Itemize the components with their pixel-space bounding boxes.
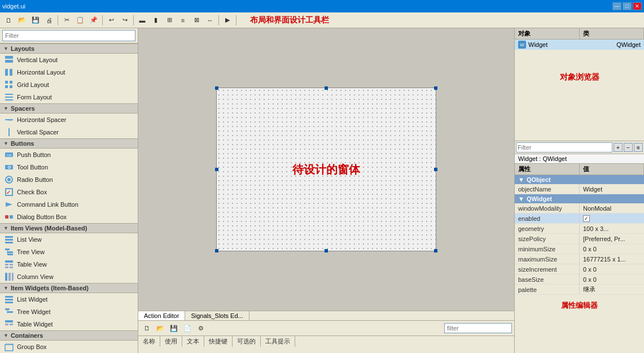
save-button[interactable]: 💾 [29,14,42,27]
maximize-button[interactable]: □ [623,2,632,10]
widget-item-horizontal-spacer[interactable]: ↔ Horizontal Spacer [0,114,138,126]
prop-filter-input[interactable] [516,142,612,152]
widget-item-horizontal-layout[interactable]: Horizontal Layout [0,66,138,79]
svg-rect-25 [5,236,13,238]
widget-item-tree-view[interactable]: Tree View [0,246,138,258]
prop-row-sizepolicy[interactable]: sizePolicy [Preferred, Pr... [515,234,644,244]
prop-filter-add-button[interactable]: + [614,143,623,152]
widget-item-tree-widget[interactable]: Tree Widget [0,306,138,318]
object-row-widget[interactable]: W Widget QWidget [515,40,644,50]
prop-name-windowmodality: windowModality [515,203,580,213]
layout-h-button[interactable]: ▬ [136,14,148,27]
svg-rect-45 [7,311,13,313]
widget-item-check-box[interactable]: ✓ Check Box [0,186,138,198]
prop-value-windowmodality: NonModal [580,203,644,213]
prop-row-minimumsize[interactable]: minimumSize 0 x 0 [515,244,644,254]
svg-text:Group: Group [6,342,14,346]
svg-rect-1 [5,60,13,63]
tab-action-editor[interactable]: Action Editor [138,311,185,320]
copy-button[interactable]: 📋 [74,14,86,27]
prop-row-maximumsize[interactable]: maximumSize 16777215 x 1... [515,254,644,264]
widget-item-vertical-layout[interactable]: Vertical Layout [0,54,138,66]
radio-button-label: Radio Button [17,176,53,183]
paste-button[interactable]: 📌 [87,14,100,27]
prop-row-geometry[interactable]: geometry 100 x 3... [515,224,644,234]
object-browser-header: 对象 类 [515,28,644,40]
enabled-checkbox[interactable]: ✓ [583,215,590,222]
close-button[interactable]: ✕ [633,2,642,10]
layout-form-button[interactable]: ≡ [177,14,189,27]
property-editor: + − ≡ Widget : QWidget 属性 值 ▼ QObject ob… [515,141,644,353]
horizontal-spacer-icon: ↔ [5,115,14,124]
widget-item-command-link-button[interactable]: Command Link Button [0,198,138,211]
action-filter-input[interactable] [444,323,512,333]
prop-row-enabled[interactable]: enabled ✓ [515,213,644,224]
handle-bl[interactable] [215,249,218,252]
handle-tc[interactable] [325,86,328,90]
open-button[interactable]: 📂 [16,14,28,27]
handle-br[interactable] [434,249,437,252]
svg-rect-31 [7,254,13,255]
category-buttons[interactable]: ▼ Buttons [0,138,138,149]
action-add-button[interactable]: 📄 [181,322,194,334]
action-open-button[interactable]: 📂 [154,322,167,334]
widget-item-push-button[interactable]: OK Push Button [0,149,138,161]
prop-col-headers: 属性 值 [515,164,644,175]
widget-item-list-widget[interactable]: List Widget [0,293,138,306]
prop-filter-options-button[interactable]: ≡ [634,143,643,152]
design-canvas[interactable]: 待设计的窗体 [216,88,436,251]
layout-grid-button[interactable]: ⊞ [163,14,176,27]
widget-item-column-view[interactable]: Column View [0,271,138,283]
widget-filter-input[interactable] [2,30,135,41]
widget-item-table-view[interactable]: Table View [0,258,138,271]
vertical-layout-label: Vertical Layout [17,56,58,63]
category-spacers[interactable]: ▼ Spacers [0,103,138,114]
widget-item-radio-button[interactable]: Radio Button [0,173,138,186]
cut-button[interactable]: ✂ [60,14,73,27]
redo-button[interactable]: ↪ [119,14,131,27]
svg-text:⚙: ⚙ [7,165,11,170]
action-save-button[interactable]: 💾 [168,322,180,334]
handle-ml[interactable] [215,168,218,171]
filter-bar [0,28,138,43]
action-editor: Action Editor Signals_Slots Ed... 🗋 📂 💾 … [138,311,514,353]
prop-section-qwidget: ▼ QWidget [515,194,644,203]
category-item-widgets[interactable]: ▼ Item Widgets (Item-Based) [0,283,138,293]
prop-row-windowmodality[interactable]: windowModality NonModal [515,203,644,213]
handle-tr[interactable] [434,86,437,90]
prop-row-basesize[interactable]: baseSize 0 x 0 [515,274,644,285]
category-layouts[interactable]: ▼ Layouts [0,43,138,54]
tab-signals-slots[interactable]: Signals_Slots Ed... [185,311,249,320]
print-button[interactable]: 🖨 [43,14,55,27]
svg-rect-28 [5,249,10,250]
svg-text:↔: ↔ [8,118,12,123]
widget-item-dialog-button-box[interactable]: Dialog Button Box [0,211,138,223]
widget-item-list-view[interactable]: List View [0,233,138,246]
table-widget-icon [5,320,14,329]
prop-row-sizeincrement[interactable]: sizeIncrement 0 x 0 [515,264,644,274]
group-box-label: Group Box [17,343,47,350]
handle-tl[interactable] [215,86,218,90]
preview-button[interactable]: ▶ [221,14,234,27]
widget-item-form-layout[interactable]: Form Layout [0,91,138,103]
widget-item-grid-layout[interactable]: Grid Layout [0,79,138,91]
handle-mr[interactable] [434,168,437,171]
break-layout-button[interactable]: ⊠ [190,14,203,27]
new-file-button[interactable]: 🗋 [2,14,15,27]
prop-row-objectname[interactable]: objectName Widget [515,184,644,194]
widget-item-tool-button[interactable]: ⚙ Tool Button [0,161,138,173]
widget-item-vertical-spacer[interactable]: Vertical Spacer [0,126,138,138]
widget-item-group-box[interactable]: Group Group Box [0,341,138,353]
layout-v-button[interactable]: ▮ [150,14,162,27]
action-new-button[interactable]: 🗋 [141,322,153,334]
prop-filter-remove-button[interactable]: − [624,143,633,152]
action-settings-button[interactable]: ⚙ [195,322,207,334]
minimize-button[interactable]: — [612,2,621,10]
category-item-views[interactable]: ▼ Item Views (Model-Based) [0,223,138,233]
adjust-size-button[interactable]: ↔ [204,14,216,27]
undo-button[interactable]: ↩ [105,14,117,27]
category-containers[interactable]: ▼ Containers [0,330,138,341]
widget-item-table-widget[interactable]: Table Widget [0,318,138,330]
handle-bc[interactable] [325,249,328,252]
svg-rect-32 [5,260,13,263]
